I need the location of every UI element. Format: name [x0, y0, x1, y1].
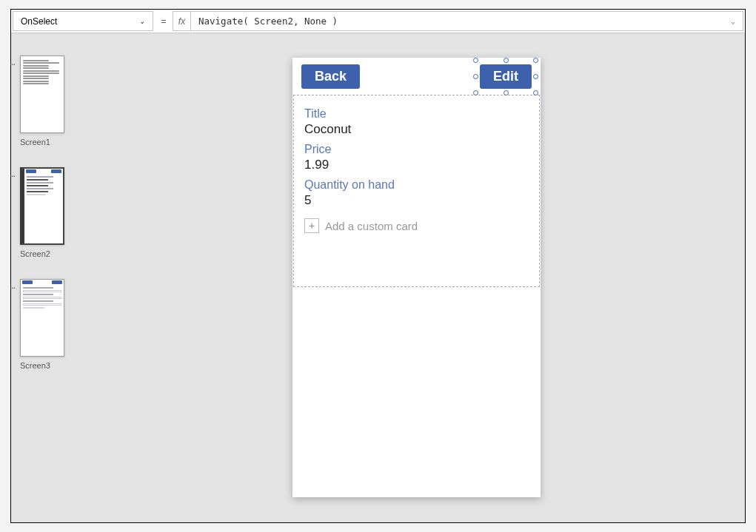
screen-thumbnail-rail: ... Screen1 ...	[11, 33, 70, 522]
formula-input[interactable]: Navigate( Screen2, None ) ⌄	[190, 11, 743, 31]
property-dropdown[interactable]: OnSelect ⌄	[13, 11, 153, 31]
canvas-header: Back Edit	[292, 58, 541, 95]
field-value: 1.99	[304, 158, 529, 172]
formula-bar: OnSelect ⌄ = fx Navigate( Screen2, None …	[11, 10, 745, 33]
field-label: Price	[304, 143, 529, 156]
screen-thumbnail-block: ... Screen2	[11, 167, 70, 258]
formula-text: Navigate( Screen2, None )	[198, 16, 338, 27]
field-label: Title	[304, 107, 529, 121]
screen-thumbnail-label: Screen1	[20, 138, 70, 147]
screen-thumbnail[interactable]	[20, 55, 64, 133]
more-icon[interactable]: ...	[10, 169, 15, 179]
add-custom-card-label: Add a custom card	[325, 220, 418, 232]
property-name: OnSelect	[21, 16, 57, 27]
screen-thumbnail[interactable]	[20, 167, 64, 245]
screen-thumbnail[interactable]	[20, 279, 64, 357]
screen-thumbnail-block: ... Screen3	[11, 279, 70, 370]
display-form[interactable]: Title Coconut Price 1.99 Quantity on han…	[293, 95, 540, 287]
screen-thumbnail-label: Screen3	[20, 361, 70, 370]
add-custom-card[interactable]: + Add a custom card	[304, 218, 529, 233]
plus-icon: +	[304, 218, 319, 233]
field-value: 5	[304, 193, 529, 208]
chevron-down-icon: ⌄	[139, 17, 145, 25]
canvas-screen[interactable]: Back Edit Title Coconut Price 1.99 Quant…	[292, 58, 541, 497]
back-button[interactable]: Back	[301, 64, 360, 89]
back-button-label: Back	[315, 69, 347, 84]
screen-thumbnail-block: ... Screen1	[11, 55, 70, 147]
more-icon[interactable]: ...	[10, 57, 15, 67]
more-icon[interactable]: ...	[10, 280, 15, 291]
edit-button-label: Edit	[493, 69, 518, 84]
field-value: Coconut	[304, 122, 529, 137]
screen-thumbnail-label: Screen2	[20, 249, 70, 258]
edit-button[interactable]: Edit	[480, 64, 532, 89]
fx-label: fx	[173, 11, 190, 31]
editor-frame: OnSelect ⌄ = fx Navigate( Screen2, None …	[10, 9, 746, 523]
equals-label: =	[155, 10, 173, 33]
field-label: Quantity on hand	[304, 178, 529, 192]
chevron-down-icon: ⌄	[731, 17, 735, 25]
workspace: ... Screen1 ...	[11, 33, 745, 522]
